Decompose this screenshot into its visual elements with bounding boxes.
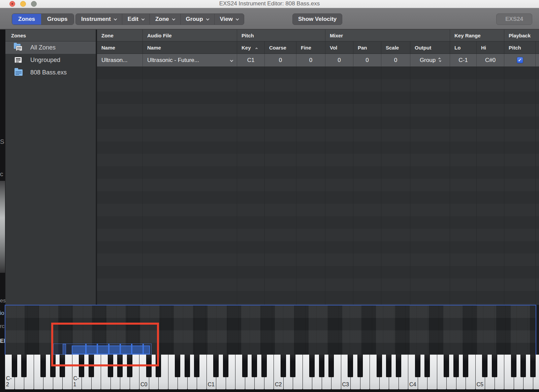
- column-header-scale[interactable]: Scale: [381, 41, 410, 54]
- octave-label: C-2: [6, 375, 14, 388]
- pitch-checkbox-cell[interactable]: ✓: [504, 54, 536, 66]
- show-velocity-button[interactable]: Show Velocity: [292, 13, 342, 25]
- zone-name-cell[interactable]: Ultrason...: [97, 54, 143, 66]
- black-key[interactable]: [261, 355, 267, 377]
- sidebar-item-all-zones[interactable]: All Zones: [5, 41, 96, 54]
- groups-tab[interactable]: Groups: [41, 14, 73, 25]
- column-header-pan[interactable]: Pan: [353, 41, 381, 54]
- black-key[interactable]: [185, 355, 190, 377]
- sort-ascending-icon: [256, 45, 257, 51]
- title-bar[interactable]: EXS24 Instrument Editor: 808 Bass.exs: [0, 0, 539, 8]
- black-key[interactable]: [281, 355, 286, 377]
- column-header-output[interactable]: Output: [410, 41, 450, 54]
- black-key[interactable]: [21, 355, 27, 377]
- black-key[interactable]: [386, 355, 391, 377]
- black-key[interactable]: [396, 355, 401, 377]
- vol-cell[interactable]: 0: [325, 54, 353, 66]
- octave-label: C5: [477, 382, 483, 388]
- key-range-lo-cell[interactable]: C-1: [450, 54, 477, 66]
- ungrouped-list-icon: [14, 56, 23, 64]
- exs24-plugin-button[interactable]: EXS24: [496, 13, 532, 25]
- column-header-name[interactable]: Name: [143, 41, 237, 54]
- column-header-label: Scale: [386, 45, 399, 51]
- column-header-label: Name: [147, 45, 161, 51]
- chevron-down-icon: [141, 17, 145, 21]
- black-key[interactable]: [223, 355, 228, 377]
- black-key[interactable]: [424, 355, 430, 377]
- black-key[interactable]: [252, 355, 257, 377]
- black-key[interactable]: [40, 355, 46, 377]
- column-header-lo[interactable]: Lo: [450, 41, 477, 54]
- view-menu[interactable]: View: [215, 14, 244, 25]
- black-key[interactable]: [242, 355, 248, 377]
- column-header-label: Name: [101, 45, 115, 51]
- instrument-menu[interactable]: Instrument: [76, 14, 122, 25]
- black-key[interactable]: [415, 355, 420, 377]
- fine-cell[interactable]: 0: [296, 54, 325, 66]
- output-cell[interactable]: Group: [410, 54, 450, 66]
- black-key[interactable]: [290, 355, 295, 377]
- table-group-header-row: ZoneAudio FilePitchMixerKey RangePlaybac…: [97, 30, 539, 41]
- black-key[interactable]: [319, 355, 324, 377]
- column-header-name[interactable]: Name: [97, 41, 143, 54]
- zones-table: ZoneAudio FilePitchMixerKey RangePlaybac…: [97, 30, 539, 305]
- scale-cell[interactable]: 0: [381, 54, 410, 66]
- black-key[interactable]: [12, 355, 17, 377]
- dropdown-chevron-icon[interactable]: [230, 57, 233, 64]
- sidebar-item-808-bass[interactable]: 808 Bass.exs: [5, 66, 96, 79]
- group-menu[interactable]: Group: [181, 14, 215, 25]
- zones-tab[interactable]: Zones: [12, 14, 41, 25]
- black-key[interactable]: [530, 355, 536, 377]
- black-key[interactable]: [175, 355, 180, 377]
- table-body-column: [353, 67, 381, 305]
- output-cell-value: Group: [420, 57, 436, 64]
- black-key[interactable]: [348, 355, 353, 377]
- background-text-fragment: c: [0, 170, 3, 178]
- black-key[interactable]: [453, 355, 459, 377]
- audio-file-cell[interactable]: Ultrasonic - Future...: [143, 54, 237, 66]
- black-key[interactable]: [328, 355, 334, 377]
- column-header-hi[interactable]: Hi: [477, 41, 504, 54]
- black-key[interactable]: [492, 355, 497, 377]
- black-key[interactable]: [194, 355, 199, 377]
- sidebar-item-label: All Zones: [30, 44, 56, 51]
- zones-sidebar: Zones All Zones Ungrouped 808 Bass.exs: [5, 30, 96, 305]
- pitch-checkbox[interactable]: ✓: [517, 57, 523, 63]
- black-key[interactable]: [520, 355, 526, 377]
- column-header-key[interactable]: Key: [237, 41, 265, 54]
- black-key[interactable]: [213, 355, 219, 377]
- black-key[interactable]: [309, 355, 315, 377]
- column-header-vol[interactable]: Vol: [325, 41, 353, 54]
- column-header-label: Pan: [358, 45, 367, 51]
- black-key[interactable]: [444, 355, 449, 377]
- clipped-cell[interactable]: [536, 54, 539, 66]
- column-header-coarse[interactable]: Coarse: [265, 41, 296, 54]
- editor-content: Zones All Zones Ungrouped 808 Bass.exs: [5, 30, 539, 305]
- table-body-column: [265, 67, 296, 305]
- table-body-column: [296, 67, 325, 305]
- coarse-cell[interactable]: 0: [265, 54, 296, 66]
- column-header-1[interactable]: 1: [536, 41, 539, 54]
- octave-label: C1: [208, 382, 215, 388]
- black-key[interactable]: [377, 355, 382, 377]
- instrument-folder-icon: [14, 69, 23, 77]
- pan-cell[interactable]: 0: [353, 54, 381, 66]
- black-key[interactable]: [482, 355, 487, 377]
- black-key[interactable]: [357, 355, 363, 377]
- key-cell[interactable]: C1: [237, 54, 265, 66]
- output-stepper-icon[interactable]: [439, 58, 440, 62]
- column-header-pitch[interactable]: Pitch: [504, 41, 536, 54]
- black-key[interactable]: [511, 355, 516, 377]
- key-range-hi-cell[interactable]: C#0: [477, 54, 504, 66]
- zone-menu[interactable]: Zone: [150, 14, 181, 25]
- group-header-playback: Playback: [504, 30, 539, 41]
- column-header-fine[interactable]: Fine: [296, 41, 325, 54]
- black-key[interactable]: [463, 355, 468, 377]
- zone-table-row[interactable]: Ultrason...Ultrasonic - Future...C100000…: [97, 54, 539, 67]
- column-header-label: Pitch: [509, 45, 521, 51]
- column-header-label: Lo: [454, 45, 461, 51]
- sidebar-item-ungrouped[interactable]: Ungrouped: [5, 54, 96, 66]
- background-image-fragment: [0, 181, 5, 273]
- background-text-fragment: rc: [0, 323, 4, 329]
- edit-menu[interactable]: Edit: [122, 14, 150, 25]
